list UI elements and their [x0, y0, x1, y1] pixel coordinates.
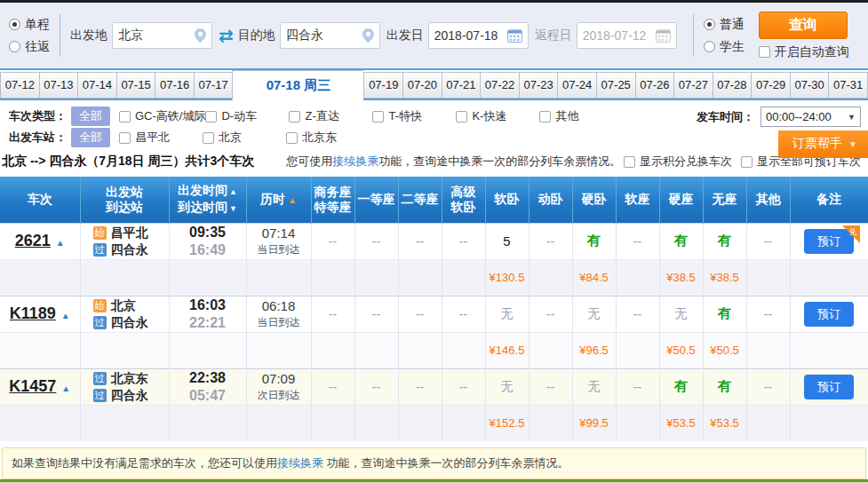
auto-query-checkbox[interactable]: 开启自动查询 [759, 44, 849, 60]
train-type-all-badge[interactable]: 全部 [71, 107, 110, 126]
date-tab-07-23[interactable]: 07-23 [519, 72, 558, 99]
checkbox-icon[interactable] [624, 156, 635, 168]
calendar-icon[interactable] [507, 29, 522, 43]
depart-station-option-1[interactable]: 北京 [203, 130, 286, 146]
depart-time-select[interactable]: 00:00--24:00 ▼ [760, 107, 861, 127]
header-line: 到达站 [81, 200, 169, 215]
checkbox-icon[interactable] [456, 111, 467, 122]
duration-cell: 06:18当日到达 [246, 296, 311, 332]
arrival-day-note: 当日到达 [247, 315, 311, 330]
price-cell: ¥53.5 [659, 405, 703, 441]
seat-availability-cell: -- [746, 223, 790, 259]
radio-selected-icon[interactable] [704, 19, 715, 30]
train-type-option-4[interactable]: K-快速 [456, 108, 539, 124]
date-tab-07-14[interactable]: 07-14 [77, 72, 116, 99]
date-tab-07-13[interactable]: 07-13 [39, 72, 78, 99]
header-line: 备注 [791, 192, 868, 207]
train-type-option-0[interactable]: GC-高铁/城际 [119, 108, 205, 124]
checkbox-icon[interactable] [286, 132, 298, 144]
column-header-11: 软座 [616, 177, 659, 223]
date-tab-07-19[interactable]: 07-19 [363, 72, 402, 99]
normal-radio[interactable]: 普通 [704, 17, 745, 33]
transfer-link[interactable]: 接续换乘 [277, 456, 323, 470]
column-header-3[interactable]: 历时▲ [246, 177, 311, 223]
swap-stations-icon[interactable]: ⇄ [219, 25, 234, 46]
show-points-checkbox[interactable]: 显示积分兑换车次 [624, 154, 732, 170]
seat-availability-cell: 有 [703, 368, 746, 405]
depart-time: 09:35 [170, 224, 246, 241]
column-header-7: 高级软卧 [442, 177, 485, 223]
date-tab-07-18[interactable]: 07-18 周三 [232, 70, 363, 100]
date-tab-07-16[interactable]: 07-16 [155, 72, 194, 99]
book-wrap: 预订 [804, 375, 854, 399]
expand-icon[interactable]: ▲ [61, 383, 70, 393]
checkbox-icon[interactable] [119, 111, 131, 122]
seat-availability-cell: 有 [703, 223, 746, 259]
price-cell [616, 332, 659, 368]
station-badge-start: 始 [93, 299, 107, 312]
column-header-2[interactable]: 出发时间▲到达时间▼ [169, 177, 246, 223]
price-cell: ¥99.5 [572, 405, 616, 441]
one-way-radio[interactable]: 单程 [9, 17, 50, 33]
date-tab-07-17[interactable]: 07-17 [194, 72, 233, 99]
checkbox-icon[interactable] [289, 111, 300, 122]
date-tab-07-26[interactable]: 07-26 [635, 72, 674, 99]
date-tab-07-29[interactable]: 07-29 [751, 72, 790, 99]
date-tab-07-21[interactable]: 07-21 [442, 72, 481, 99]
depart-station-all-badge[interactable]: 全部 [71, 128, 110, 147]
radio-icon[interactable] [9, 41, 20, 52]
from-input[interactable]: 北京 [112, 22, 212, 49]
filter-panel: 车次类型： 全部 GC-高铁/城际D-动车Z-直达T-特快K-快速其他 发车时间… [0, 100, 868, 151]
sort-asc-icon[interactable]: ▲ [288, 195, 297, 205]
sort-asc-icon[interactable]: ▲ [229, 187, 237, 196]
notice-suffix: 功能，查询途中换乘一次的部分列车余票情况。 [323, 456, 569, 470]
date-tab-07-15[interactable]: 07-15 [116, 72, 155, 99]
date-tab-07-24[interactable]: 07-24 [557, 72, 596, 99]
transfer-link[interactable]: 接续换乘 [332, 154, 378, 168]
checkbox-icon[interactable] [539, 111, 551, 122]
train-code-link[interactable]: K1457 [9, 377, 56, 395]
radio-icon[interactable] [704, 41, 715, 52]
seat-availability-cell: 有 [659, 223, 703, 259]
expand-icon[interactable]: ▲ [56, 238, 65, 248]
return-date-input: 2018-07-12 [577, 22, 677, 49]
date-tab-07-25[interactable]: 07-25 [596, 72, 635, 99]
query-button[interactable]: 查询 [759, 12, 848, 39]
depart-station-option-2[interactable]: 北京东 [286, 130, 370, 146]
train-code-link[interactable]: K1189 [10, 304, 56, 322]
train-type-option-2[interactable]: Z-直达 [289, 108, 372, 124]
checkbox-icon[interactable] [119, 132, 131, 144]
date-tab-07-28[interactable]: 07-28 [713, 72, 752, 99]
column-header-6: 二等座 [398, 177, 442, 223]
price-cell [311, 259, 354, 296]
student-radio[interactable]: 学生 [704, 39, 745, 55]
depart-date-input[interactable]: 2018-07-18 [428, 22, 529, 49]
column-header-5: 一等座 [354, 177, 398, 223]
train-type-option-5[interactable]: 其他 [539, 108, 623, 124]
price-cell: ¥152.5 [485, 405, 529, 441]
date-tab-07-31[interactable]: 07-31 [828, 72, 868, 99]
date-tab-07-22[interactable]: 07-22 [480, 72, 519, 99]
expand-icon[interactable]: ▲ [61, 311, 70, 320]
booking-helper-button[interactable]: 订票帮手 ▼ [778, 130, 868, 158]
checkbox-icon[interactable] [372, 111, 384, 122]
to-input[interactable]: 四合永 [280, 22, 380, 49]
checkbox-icon[interactable] [205, 111, 217, 122]
checkbox-icon[interactable] [759, 46, 770, 58]
depart-station-option-0[interactable]: 昌平北 [119, 130, 203, 146]
radio-selected-icon[interactable] [9, 19, 20, 30]
date-tab-07-12[interactable]: 07-12 [0, 72, 39, 99]
book-button[interactable]: 预订 [804, 375, 854, 399]
date-tab-07-27[interactable]: 07-27 [673, 72, 713, 99]
train-type-option-1[interactable]: D-动车 [205, 108, 289, 124]
train-code-link[interactable]: 2621 [15, 232, 51, 249]
checkbox-icon[interactable] [203, 132, 214, 144]
book-button[interactable]: 预订 [804, 302, 854, 327]
sort-desc-icon[interactable]: ▼ [229, 204, 237, 213]
date-tab-07-20[interactable]: 07-20 [402, 72, 442, 99]
train-type-option-3[interactable]: T-特快 [372, 108, 456, 124]
arrival-day-note: 次日到达 [247, 388, 311, 403]
round-trip-radio[interactable]: 往返 [9, 39, 50, 55]
date-tab-07-30[interactable]: 07-30 [790, 72, 829, 99]
checkbox-icon[interactable] [741, 156, 753, 168]
